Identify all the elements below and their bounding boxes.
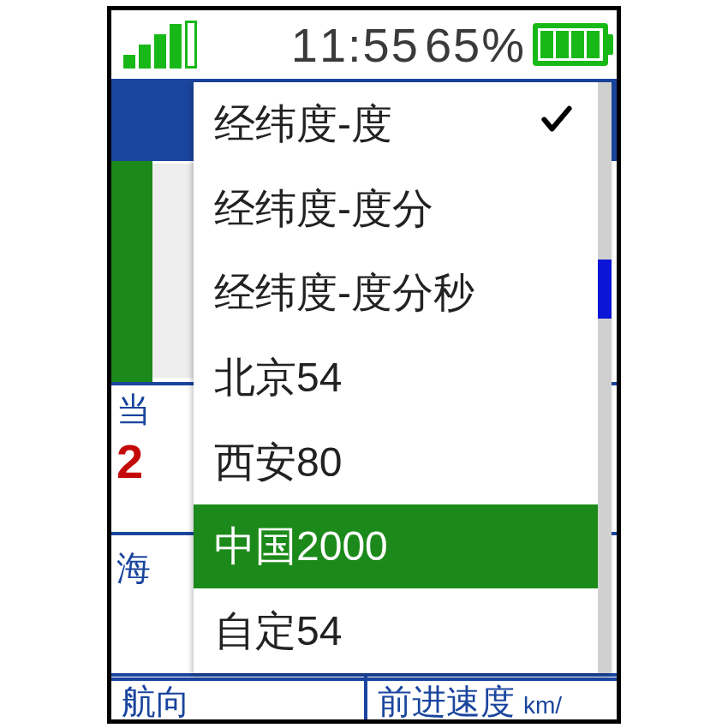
footer-speed-unit: km/ xyxy=(523,692,562,719)
footer-heading-label: 航向 xyxy=(111,677,364,719)
list-item-label: 经纬度-度分 xyxy=(214,182,433,236)
signal-icon xyxy=(123,21,197,69)
coord-format-list[interactable]: 经纬度-度 经纬度-度分 经纬度-度分秒 北京54 西安80 中国2000 自 xyxy=(194,82,598,673)
list-item[interactable]: 经纬度-度分秒 xyxy=(194,251,598,336)
list-item-label: 北京54 xyxy=(214,350,342,405)
list-item-label: 中国2000 xyxy=(214,519,388,574)
list-item-label: 西安80 xyxy=(214,435,342,490)
list-item[interactable]: 自定54 xyxy=(194,588,598,673)
battery-icon xyxy=(533,23,608,66)
list-item-label: 经纬度-度分秒 xyxy=(214,266,474,320)
bg-row1-value: 2 xyxy=(116,433,143,489)
device-screen: 11:55 65% 当 2 海 航向 前进速度 km/ 经纬度-度 xyxy=(107,6,621,724)
list-item-label: 经纬度-度 xyxy=(214,97,392,152)
footer-row: 航向 前进速度 km/ xyxy=(111,673,617,719)
list-item[interactable]: 西安80 xyxy=(194,420,598,504)
list-item[interactable]: 经纬度-度 xyxy=(194,82,598,167)
scrollbar[interactable] xyxy=(598,82,612,673)
list-item[interactable]: 经纬度-度分 xyxy=(194,167,598,252)
status-battery-pct: 65% xyxy=(425,17,526,73)
bg-row2-label: 海 xyxy=(116,545,151,592)
scrollbar-thumb[interactable] xyxy=(598,260,612,319)
list-item[interactable]: 北京54 xyxy=(194,336,598,421)
check-icon xyxy=(538,101,576,148)
footer-speed-label: 前进速度 km/ xyxy=(364,677,617,719)
list-item[interactable]: 中国2000 xyxy=(194,504,598,589)
bg-row1-label: 当 xyxy=(116,386,151,433)
status-time: 11:55 xyxy=(197,17,425,73)
coord-format-popup: 经纬度-度 经纬度-度分 经纬度-度分秒 北京54 西安80 中国2000 自 xyxy=(194,82,612,673)
status-bar: 11:55 65% xyxy=(111,10,617,79)
list-item-label: 自定54 xyxy=(214,604,342,659)
